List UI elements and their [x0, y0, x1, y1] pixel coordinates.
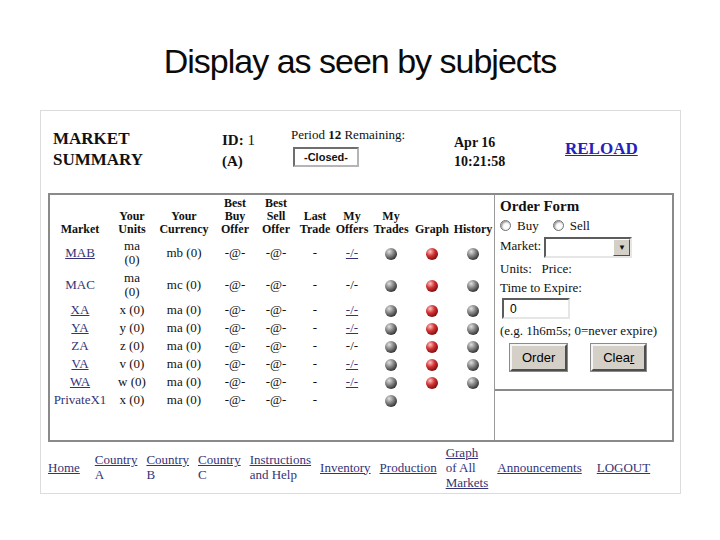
market-cell: MAB	[50, 237, 110, 269]
history-ball-icon[interactable]	[467, 377, 479, 389]
trades-ball-icon[interactable]	[385, 280, 397, 292]
units-cell: y (0)	[110, 319, 154, 337]
history-ball-icon[interactable]	[467, 359, 479, 371]
column-header: BestBuyOffer	[214, 195, 256, 237]
datetime: Apr 16 10:21:58	[454, 133, 505, 171]
trades-ball-icon[interactable]	[385, 248, 397, 260]
period-status-box: -Closed-	[293, 147, 359, 167]
my-offers-cell: -/-	[334, 373, 370, 391]
units-cell: x (0)	[110, 301, 154, 319]
my-trades-cell	[370, 269, 412, 301]
my-offers-link[interactable]: -/-	[346, 245, 358, 260]
order-form-title: Order Form	[500, 198, 667, 215]
nav-instructions-and-help[interactable]: Instructionsand Help	[250, 452, 311, 482]
history-ball-icon[interactable]	[467, 341, 479, 353]
units-cell: z (0)	[110, 337, 154, 355]
history-cell	[452, 237, 494, 269]
currency-cell: ma (0)	[154, 373, 214, 391]
best-buy-cell: -@-	[214, 391, 256, 409]
my-offers-link: -/-	[346, 277, 358, 292]
market-link[interactable]: YA	[71, 320, 88, 335]
nav-country-b[interactable]: CountryB	[146, 452, 189, 482]
nav-home[interactable]: Home	[48, 460, 80, 475]
order-form-panel: Order Form BuySell Market: ▼ Units: Pric…	[494, 195, 672, 440]
history-ball-icon[interactable]	[467, 280, 479, 292]
trades-ball-icon[interactable]	[385, 305, 397, 317]
trades-ball-icon[interactable]	[385, 323, 397, 335]
graph-ball-icon[interactable]	[426, 359, 438, 371]
trader-id: ID: 1 (A)	[222, 130, 255, 172]
market-select[interactable]: ▼	[544, 237, 632, 258]
nav-announcements[interactable]: Announcements	[497, 460, 581, 475]
last-trade-cell: -	[296, 237, 334, 269]
market-row: MACma(0)mc (0)-@--@---/-	[50, 269, 494, 301]
chevron-down-icon[interactable]: ▼	[613, 239, 630, 256]
column-header: Graph	[412, 195, 452, 237]
graph-ball-icon[interactable]	[426, 341, 438, 353]
buy-radio[interactable]	[500, 220, 511, 231]
history-cell	[452, 319, 494, 337]
my-offers-link: -/-	[346, 338, 358, 353]
trades-ball-icon[interactable]	[385, 359, 397, 371]
my-trades-cell	[370, 355, 412, 373]
my-offers-cell: -/-	[334, 237, 370, 269]
market-cell: VA	[50, 355, 110, 373]
trades-ball-icon[interactable]	[385, 395, 397, 407]
order-buttons-row: Order Clear	[510, 344, 667, 371]
nav-inventory[interactable]: Inventory	[320, 460, 371, 475]
market-link[interactable]: XA	[71, 302, 90, 317]
trades-ball-icon[interactable]	[385, 377, 397, 389]
last-trade-cell: -	[296, 337, 334, 355]
history-ball-icon[interactable]	[467, 305, 479, 317]
reload-link[interactable]: RELOAD	[565, 139, 638, 159]
history-ball-icon[interactable]	[467, 323, 479, 335]
nav-graph-of-all-markets[interactable]: Graphof AllMarkets	[446, 445, 489, 490]
market-link[interactable]: VA	[71, 356, 88, 371]
sell-radio[interactable]	[553, 220, 564, 231]
graph-ball-icon[interactable]	[426, 280, 438, 292]
graph-ball-icon[interactable]	[426, 248, 438, 260]
graph-ball-icon[interactable]	[426, 305, 438, 317]
my-offers-link[interactable]: -/-	[346, 356, 358, 371]
last-trade-cell: -	[296, 373, 334, 391]
graph-cell	[412, 337, 452, 355]
history-cell	[452, 355, 494, 373]
expire-input[interactable]	[502, 298, 570, 319]
my-offers-cell: -/-	[334, 301, 370, 319]
nav-country-a[interactable]: CountryA	[95, 452, 138, 482]
units-price-row: Units: Price:	[500, 261, 667, 277]
nav-production[interactable]: Production	[380, 460, 437, 475]
trades-ball-icon[interactable]	[385, 341, 397, 353]
currency-cell: ma (0)	[154, 319, 214, 337]
clear-button[interactable]: Clear	[591, 344, 646, 371]
last-trade-cell: -	[296, 355, 334, 373]
my-offers-link[interactable]: -/-	[346, 320, 358, 335]
time-text: 10:21:58	[454, 152, 505, 171]
currency-cell: mb (0)	[154, 237, 214, 269]
my-offers-cell: -/-	[334, 319, 370, 337]
nav-logout[interactable]: LOGOUT	[597, 460, 650, 475]
history-ball-icon[interactable]	[467, 248, 479, 260]
graph-cell	[412, 237, 452, 269]
my-offers-link[interactable]: -/-	[346, 302, 358, 317]
sell-label: Sell	[570, 218, 590, 233]
order-button[interactable]: Order	[510, 344, 567, 371]
graph-ball-icon[interactable]	[426, 323, 438, 335]
best-sell-cell: -@-	[256, 337, 296, 355]
market-link: ZA	[71, 338, 88, 353]
market-link[interactable]: WA	[70, 374, 90, 389]
market-row: XAx (0)ma (0)-@--@---/-	[50, 301, 494, 319]
history-cell	[452, 391, 494, 409]
graph-ball-icon[interactable]	[426, 377, 438, 389]
nav-country-c[interactable]: CountryC	[198, 452, 241, 482]
graph-cell	[412, 355, 452, 373]
market-link: MAC	[65, 277, 95, 292]
my-offers-link[interactable]: -/-	[346, 374, 358, 389]
units-cell: v (0)	[110, 355, 154, 373]
best-sell-cell: -@-	[256, 269, 296, 301]
market-link[interactable]: MAB	[65, 245, 95, 260]
currency-cell: ma (0)	[154, 301, 214, 319]
best-sell-cell: -@-	[256, 355, 296, 373]
best-sell-cell: -@-	[256, 319, 296, 337]
graph-cell	[412, 373, 452, 391]
